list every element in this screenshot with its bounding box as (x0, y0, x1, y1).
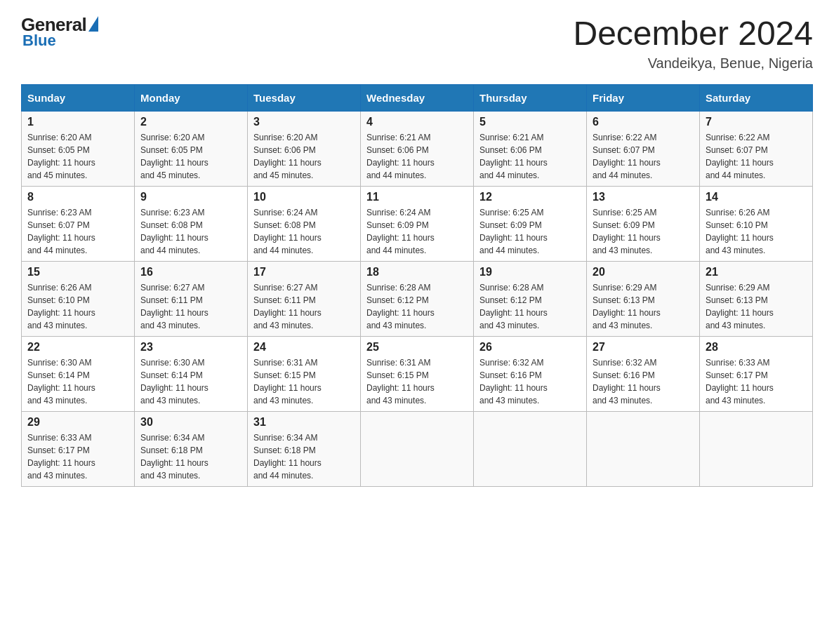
day-info: Sunrise: 6:22 AMSunset: 6:07 PMDaylight:… (706, 131, 807, 182)
day-info: Sunrise: 6:21 AMSunset: 6:06 PMDaylight:… (479, 131, 581, 182)
day-info: Sunrise: 6:23 AMSunset: 6:08 PMDaylight:… (140, 206, 241, 257)
calendar-cell: 9Sunrise: 6:23 AMSunset: 6:08 PMDaylight… (135, 187, 248, 262)
calendar-cell: 10Sunrise: 6:24 AMSunset: 6:08 PMDayligh… (248, 187, 361, 262)
day-info: Sunrise: 6:28 AMSunset: 6:12 PMDaylight:… (479, 281, 581, 332)
calendar-header-row: SundayMondayTuesdayWednesdayThursdayFrid… (22, 85, 813, 112)
day-info: Sunrise: 6:33 AMSunset: 6:17 PMDaylight:… (706, 356, 807, 407)
day-number: 27 (593, 341, 694, 354)
calendar-cell: 2Sunrise: 6:20 AMSunset: 6:05 PMDaylight… (135, 112, 248, 187)
day-number: 29 (27, 416, 128, 429)
calendar-cell: 3Sunrise: 6:20 AMSunset: 6:06 PMDaylight… (248, 112, 361, 187)
day-header-wednesday: Wednesday (361, 85, 474, 112)
day-number: 15 (27, 266, 128, 279)
day-number: 20 (593, 266, 694, 279)
calendar-week-row: 15Sunrise: 6:26 AMSunset: 6:10 PMDayligh… (22, 262, 813, 337)
calendar-cell (361, 412, 474, 487)
day-number: 26 (479, 341, 581, 354)
day-info: Sunrise: 6:29 AMSunset: 6:13 PMDaylight:… (593, 281, 694, 332)
day-info: Sunrise: 6:22 AMSunset: 6:07 PMDaylight:… (593, 131, 694, 182)
day-info: Sunrise: 6:23 AMSunset: 6:07 PMDaylight:… (27, 206, 128, 257)
calendar-cell (474, 412, 587, 487)
day-info: Sunrise: 6:30 AMSunset: 6:14 PMDaylight:… (140, 356, 241, 407)
day-number: 21 (706, 266, 807, 279)
day-info: Sunrise: 6:20 AMSunset: 6:06 PMDaylight:… (253, 131, 355, 182)
day-number: 1 (27, 116, 128, 128)
calendar-cell: 6Sunrise: 6:22 AMSunset: 6:07 PMDaylight… (587, 112, 700, 187)
page-header: General Blue December 2024 Vandeikya, Be… (21, 14, 813, 72)
logo: General Blue (21, 14, 98, 50)
calendar-cell: 31Sunrise: 6:34 AMSunset: 6:18 PMDayligh… (248, 412, 361, 487)
calendar-table: SundayMondayTuesdayWednesdayThursdayFrid… (21, 84, 813, 487)
calendar-cell: 27Sunrise: 6:32 AMSunset: 6:16 PMDayligh… (587, 337, 700, 412)
day-number: 17 (253, 266, 355, 279)
calendar-cell: 12Sunrise: 6:25 AMSunset: 6:09 PMDayligh… (474, 187, 587, 262)
calendar-cell: 5Sunrise: 6:21 AMSunset: 6:06 PMDaylight… (474, 112, 587, 187)
day-info: Sunrise: 6:29 AMSunset: 6:13 PMDaylight:… (706, 281, 807, 332)
calendar-cell: 24Sunrise: 6:31 AMSunset: 6:15 PMDayligh… (248, 337, 361, 412)
day-info: Sunrise: 6:33 AMSunset: 6:17 PMDaylight:… (27, 431, 128, 482)
day-header-tuesday: Tuesday (248, 85, 361, 112)
day-number: 31 (253, 416, 355, 429)
month-title: December 2024 (573, 14, 813, 53)
calendar-cell: 21Sunrise: 6:29 AMSunset: 6:13 PMDayligh… (700, 262, 813, 337)
day-header-friday: Friday (587, 85, 700, 112)
day-info: Sunrise: 6:25 AMSunset: 6:09 PMDaylight:… (593, 206, 694, 257)
day-info: Sunrise: 6:20 AMSunset: 6:05 PMDaylight:… (140, 131, 241, 182)
calendar-cell: 20Sunrise: 6:29 AMSunset: 6:13 PMDayligh… (587, 262, 700, 337)
calendar-week-row: 22Sunrise: 6:30 AMSunset: 6:14 PMDayligh… (22, 337, 813, 412)
calendar-cell: 15Sunrise: 6:26 AMSunset: 6:10 PMDayligh… (22, 262, 135, 337)
day-info: Sunrise: 6:32 AMSunset: 6:16 PMDaylight:… (479, 356, 581, 407)
calendar-cell: 7Sunrise: 6:22 AMSunset: 6:07 PMDaylight… (700, 112, 813, 187)
day-number: 25 (366, 341, 468, 354)
calendar-cell: 14Sunrise: 6:26 AMSunset: 6:10 PMDayligh… (700, 187, 813, 262)
day-number: 12 (479, 191, 581, 203)
calendar-cell: 11Sunrise: 6:24 AMSunset: 6:09 PMDayligh… (361, 187, 474, 262)
day-info: Sunrise: 6:28 AMSunset: 6:12 PMDaylight:… (366, 281, 468, 332)
day-number: 8 (27, 191, 128, 203)
day-number: 6 (593, 116, 694, 128)
day-number: 19 (479, 266, 581, 279)
day-info: Sunrise: 6:27 AMSunset: 6:11 PMDaylight:… (140, 281, 241, 332)
day-info: Sunrise: 6:24 AMSunset: 6:09 PMDaylight:… (366, 206, 468, 257)
calendar-cell: 22Sunrise: 6:30 AMSunset: 6:14 PMDayligh… (22, 337, 135, 412)
day-info: Sunrise: 6:21 AMSunset: 6:06 PMDaylight:… (366, 131, 468, 182)
day-info: Sunrise: 6:26 AMSunset: 6:10 PMDaylight:… (706, 206, 807, 257)
title-section: December 2024 Vandeikya, Benue, Nigeria (573, 14, 813, 72)
day-header-saturday: Saturday (700, 85, 813, 112)
day-number: 13 (593, 191, 694, 203)
calendar-week-row: 1Sunrise: 6:20 AMSunset: 6:05 PMDaylight… (22, 112, 813, 187)
logo-triangle-icon (88, 16, 98, 32)
calendar-cell: 1Sunrise: 6:20 AMSunset: 6:05 PMDaylight… (22, 112, 135, 187)
day-number: 5 (479, 116, 581, 128)
day-header-thursday: Thursday (474, 85, 587, 112)
calendar-cell: 17Sunrise: 6:27 AMSunset: 6:11 PMDayligh… (248, 262, 361, 337)
calendar-cell: 16Sunrise: 6:27 AMSunset: 6:11 PMDayligh… (135, 262, 248, 337)
day-info: Sunrise: 6:20 AMSunset: 6:05 PMDaylight:… (27, 131, 128, 182)
calendar-cell: 18Sunrise: 6:28 AMSunset: 6:12 PMDayligh… (361, 262, 474, 337)
day-number: 28 (706, 341, 807, 354)
day-number: 7 (706, 116, 807, 128)
day-number: 30 (140, 416, 241, 429)
day-number: 16 (140, 266, 241, 279)
calendar-cell: 13Sunrise: 6:25 AMSunset: 6:09 PMDayligh… (587, 187, 700, 262)
day-info: Sunrise: 6:27 AMSunset: 6:11 PMDaylight:… (253, 281, 355, 332)
day-number: 3 (253, 116, 355, 128)
calendar-cell: 23Sunrise: 6:30 AMSunset: 6:14 PMDayligh… (135, 337, 248, 412)
calendar-cell: 26Sunrise: 6:32 AMSunset: 6:16 PMDayligh… (474, 337, 587, 412)
calendar-cell: 19Sunrise: 6:28 AMSunset: 6:12 PMDayligh… (474, 262, 587, 337)
day-header-sunday: Sunday (22, 85, 135, 112)
calendar-cell (587, 412, 700, 487)
day-number: 10 (253, 191, 355, 203)
day-info: Sunrise: 6:25 AMSunset: 6:09 PMDaylight:… (479, 206, 581, 257)
day-number: 22 (27, 341, 128, 354)
day-header-monday: Monday (135, 85, 248, 112)
location-title: Vandeikya, Benue, Nigeria (573, 55, 813, 72)
day-info: Sunrise: 6:31 AMSunset: 6:15 PMDaylight:… (366, 356, 468, 407)
day-number: 9 (140, 191, 241, 203)
calendar-cell: 25Sunrise: 6:31 AMSunset: 6:15 PMDayligh… (361, 337, 474, 412)
day-number: 11 (366, 191, 468, 203)
day-number: 14 (706, 191, 807, 203)
day-info: Sunrise: 6:26 AMSunset: 6:10 PMDaylight:… (27, 281, 128, 332)
logo-blue-text: Blue (22, 32, 56, 50)
day-number: 18 (366, 266, 468, 279)
